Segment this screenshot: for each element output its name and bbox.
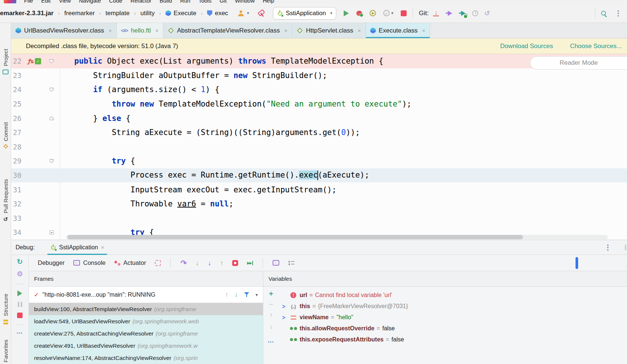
git-update-button[interactable]: ↓ bbox=[433, 10, 439, 16]
menu-item-help[interactable]: Help bbox=[259, 0, 279, 4]
editor-tab[interactable]: Execute.class× bbox=[366, 23, 430, 38]
search-icon[interactable] bbox=[601, 11, 606, 16]
profiler-button[interactable]: ▾ bbox=[383, 10, 393, 16]
fold-marker-icon[interactable] bbox=[50, 116, 54, 120]
tool-window-button-pull-requests[interactable]: Pull Requests↺ bbox=[0, 179, 11, 222]
menu-item-tools[interactable]: Tools bbox=[194, 0, 216, 4]
settings-gear-icon[interactable]: ⚙ bbox=[17, 271, 23, 277]
chevron-down-icon[interactable]: ▾ bbox=[256, 292, 258, 297]
menu-item-view[interactable]: View bbox=[55, 0, 75, 4]
run-button[interactable] bbox=[344, 10, 349, 16]
menu-item-window[interactable]: Window bbox=[231, 0, 259, 4]
show-execution-point-button[interactable] bbox=[155, 260, 161, 266]
stack-frame-row[interactable]: loadView:549, UrlBasedViewResolver(org.s… bbox=[29, 315, 263, 327]
breadcrumb-item[interactable]: utility bbox=[140, 10, 155, 17]
menu-item-code[interactable]: Code bbox=[105, 0, 126, 4]
rerun-button[interactable]: ↻ bbox=[17, 259, 23, 265]
horizontal-scrollbar[interactable] bbox=[66, 235, 608, 239]
expand-chevron-icon[interactable]: > bbox=[280, 314, 287, 321]
tool-window-button-commit[interactable]: Commit bbox=[0, 122, 11, 148]
download-sources-link[interactable]: Download Sources bbox=[500, 43, 553, 50]
editor-tab[interactable]: UrlBasedViewResolver.class× bbox=[11, 23, 117, 38]
menu-item-refactor[interactable]: Refactor bbox=[126, 0, 156, 4]
close-icon[interactable]: × bbox=[109, 27, 112, 34]
code-line[interactable]: 28 bbox=[11, 140, 627, 154]
fold-marker-icon[interactable] bbox=[50, 159, 54, 163]
close-icon[interactable]: × bbox=[284, 27, 288, 34]
variable-row[interactable]: this.allowRequestOverride=false bbox=[279, 323, 627, 334]
editor-tab[interactable]: <#>hello.ftl× bbox=[117, 23, 163, 38]
variable-row[interactable]: >{..}this={FreeMarkerViewResolver@7031} bbox=[279, 301, 627, 312]
add-watch-button[interactable]: + bbox=[269, 290, 273, 297]
run-configuration-select[interactable]: SstiApplication ▾ bbox=[273, 7, 337, 20]
method-breakpoint-icon[interactable]: ƒ⇅ bbox=[27, 58, 33, 65]
fold-marker-icon[interactable] bbox=[50, 59, 54, 63]
breadcrumb-item[interactable]: exec bbox=[207, 10, 228, 17]
view-breakpoints-button[interactable] bbox=[232, 260, 238, 266]
stack-frame-row[interactable]: createView:275, AbstractCachingViewResol… bbox=[29, 327, 263, 340]
breadcrumb-item[interactable]: template bbox=[106, 10, 130, 17]
close-icon[interactable]: × bbox=[422, 27, 425, 34]
fold-marker-icon[interactable] bbox=[50, 88, 54, 92]
history-icon[interactable] bbox=[472, 10, 478, 16]
resume-button[interactable] bbox=[17, 290, 22, 296]
code-line[interactable]: 33 bbox=[11, 211, 627, 226]
evaluate-expression-button[interactable]: ›_ bbox=[273, 260, 279, 266]
menu-item-git[interactable]: Git bbox=[216, 0, 231, 4]
code-editor[interactable]: 22ƒ⇅✓ public Object exec(List arguments)… bbox=[11, 54, 627, 240]
editor-tab[interactable]: AbstractTemplateViewResolver.class× bbox=[163, 23, 292, 38]
rollback-icon[interactable]: ↺ bbox=[484, 9, 490, 17]
more-actions-icon[interactable]: ••• bbox=[268, 340, 274, 344]
verified-breakpoint-icon[interactable]: ✓ bbox=[35, 58, 41, 64]
code-line[interactable]: 30 Process exec = Runtime.getRuntime().e… bbox=[11, 168, 627, 183]
code-line[interactable]: 32 Throwable var6 = null; bbox=[11, 197, 627, 211]
variable-row[interactable]: this.exposeRequestAttributes=false bbox=[279, 334, 627, 345]
git-push-button[interactable] bbox=[446, 11, 452, 16]
step-out-button[interactable]: ↑ bbox=[220, 260, 223, 266]
code-line[interactable]: 24 if (arguments.size() < 1) { bbox=[11, 82, 627, 97]
more-options-icon[interactable]: ⋮ bbox=[604, 243, 611, 252]
stop-button[interactable] bbox=[401, 10, 407, 16]
more-options-icon[interactable]: ⋮ bbox=[615, 9, 622, 17]
stack-frame-row[interactable]: createView:491, UrlBasedViewResolver(org… bbox=[29, 340, 263, 352]
breadcrumb-item[interactable]: emarker-2.3.31.jar bbox=[0, 10, 54, 17]
hide-panel-icon[interactable] bbox=[625, 245, 626, 250]
menu-item-file[interactable]: File bbox=[20, 0, 37, 4]
more-actions-icon[interactable]: ••• bbox=[17, 331, 23, 335]
move-down-icon[interactable]: ↓ bbox=[270, 323, 273, 330]
code-line[interactable]: 29 try { bbox=[11, 154, 627, 168]
menu-item-edit[interactable]: Edit bbox=[37, 0, 55, 4]
force-step-into-button[interactable]: ↓ bbox=[208, 260, 211, 266]
run-with-coverage-button[interactable] bbox=[370, 10, 376, 16]
git-commit-push-button[interactable] bbox=[459, 11, 466, 16]
tool-window-button-favorites[interactable]: Favorites★ bbox=[0, 340, 11, 364]
code-line[interactable]: 25 throw new TemplateModelException("Nee… bbox=[11, 97, 627, 111]
debug-session-tab[interactable]: SstiApplication × bbox=[47, 240, 107, 255]
tab-debugger[interactable]: Debugger bbox=[38, 259, 64, 266]
pause-button[interactable] bbox=[18, 302, 22, 307]
run-to-cursor-button[interactable]: ▶▶ bbox=[247, 261, 253, 265]
users-icon[interactable] bbox=[238, 10, 246, 16]
close-icon[interactable]: × bbox=[155, 27, 159, 34]
menu-item-run[interactable]: Run bbox=[176, 0, 194, 4]
variable-row[interactable]: >viewName="hello" bbox=[279, 312, 627, 323]
breadcrumb-item[interactable]: Execute bbox=[166, 10, 196, 17]
stack-frame-row[interactable]: buildView:100, AbstractTemplateViewResol… bbox=[29, 303, 263, 315]
scrollbar-thumb[interactable] bbox=[67, 235, 523, 239]
chevron-down-icon[interactable]: ▾ bbox=[247, 11, 249, 16]
thread-selector[interactable]: ✓ "http-nio-8081-exe...oup "main": RUNNI… bbox=[29, 287, 263, 303]
code-line[interactable]: 26 } else { bbox=[11, 111, 627, 125]
step-over-button[interactable]: ↷ bbox=[180, 260, 187, 266]
filter-icon[interactable] bbox=[244, 292, 249, 297]
choose-sources-link[interactable]: Choose Sources... bbox=[570, 43, 622, 50]
reader-mode-button[interactable]: Reader Mode bbox=[530, 56, 627, 70]
editor-tab[interactable]: HttpServlet.class× bbox=[292, 23, 366, 38]
tab-actuator[interactable]: Actuator bbox=[114, 259, 146, 266]
close-icon[interactable]: × bbox=[101, 244, 104, 250]
tab-console[interactable]: ›_Console bbox=[73, 259, 106, 266]
tool-window-button-project[interactable]: Project bbox=[0, 49, 11, 74]
code-line[interactable]: 23 StringBuilder aOutputBuffer = new Str… bbox=[11, 68, 627, 83]
remove-watch-button[interactable]: − bbox=[269, 302, 273, 307]
scrollbar-thumb[interactable] bbox=[576, 257, 578, 269]
menu-item-navigate[interactable]: Navigate bbox=[75, 0, 105, 4]
